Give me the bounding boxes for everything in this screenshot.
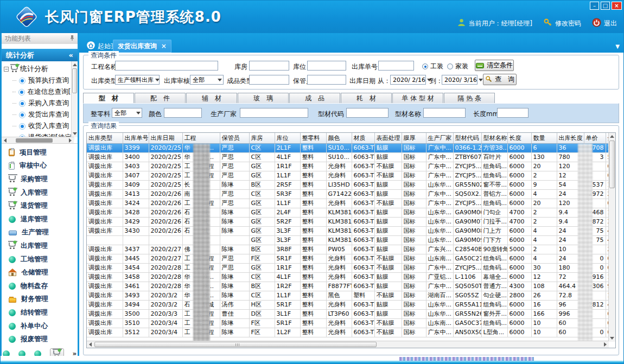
sidebar-item-物料盘存[interactable]: 物料盘存 (2, 279, 78, 293)
column-header[interactable]: 出库日期 (149, 133, 182, 143)
tree-vertical-scrollbar[interactable] (71, 61, 78, 137)
warehouse-input[interactable] (249, 61, 289, 71)
table-row[interactable]: 调拨出库34092020/2/25长 ...陈琳B区2R5F整料LI35HD60… (87, 180, 614, 189)
material-tab[interactable]: 玻 璃 (238, 93, 289, 103)
sidebar-item-采购管理[interactable]: 采购管理 (2, 173, 78, 186)
table-row[interactable]: 调拨出库34302020/2/26石 城陈琳G区3L3F整料KLM3817606… (87, 226, 614, 235)
sidebar-item-出库管理[interactable]: 出库管理 (2, 239, 78, 253)
keeper-input[interactable] (307, 75, 346, 85)
column-header[interactable]: 型材名称 (481, 133, 507, 143)
close-button[interactable]: × (612, 2, 622, 10)
logout-button[interactable]: 退出 (592, 18, 617, 29)
table-row[interactable]: 调拨出库34372020/2/27佛 ...陈琳B区3R8F整料PW056063… (87, 245, 614, 254)
column-header[interactable]: 保管员 (220, 133, 249, 143)
profile-name-input[interactable] (423, 108, 466, 118)
tree-item[interactable]: 采购入库查询 (4, 98, 78, 109)
column-header[interactable]: 生产厂家 (426, 133, 453, 143)
material-tab[interactable]: 成 品 (289, 93, 340, 103)
sidebar-item-财务管理[interactable]: 财务管理 (2, 293, 78, 306)
tree-item[interactable]: 在途信息查询[待 (4, 86, 78, 98)
change-password-button[interactable]: 修改密码 (543, 18, 581, 29)
tree-horizontal-scrollbar[interactable] (2, 137, 74, 143)
column-header[interactable]: 数量 (531, 133, 557, 143)
tree-item[interactable]: 预算执行查询 (4, 75, 78, 86)
table-row[interactable]: 调拨出库34582020/2/28华 原...陈琳C区4L1F整料光身料6063… (87, 272, 614, 282)
sidebar-item-生产管理[interactable]: 生产管理 (2, 226, 78, 240)
table-row[interactable]: 调拨出库35002020/3/3工 共工程曹佳D区3L1F整料LT3P60606… (87, 309, 614, 318)
grid-vertical-scrollbar[interactable] (608, 133, 615, 342)
date-to-picker[interactable]: 2020/ 3/16 (442, 75, 477, 85)
material-tab[interactable]: 配 件 (135, 93, 186, 103)
table-row[interactable]: 调拨出库34132020/2/26南 ...严思C区5R3F整料G7142260… (87, 189, 614, 199)
section-header[interactable]: 统计分析 « (2, 49, 78, 61)
column-header[interactable]: 工程 (182, 133, 220, 143)
color-input[interactable] (164, 108, 202, 118)
column-header[interactable]: 库位 (275, 133, 300, 143)
table-row[interactable]: 调拨出库34542020/2/28工 共工程严思G区1R1F整料光身料6063-… (87, 263, 614, 272)
table-row[interactable]: 调拨出库34452020/2/27工 共工程严思F区5R1F整料光身料6063-… (87, 254, 614, 263)
column-header[interactable]: 库房 (249, 133, 275, 143)
product-type-input[interactable] (249, 75, 289, 85)
material-tab[interactable]: 辅 材 (186, 93, 237, 103)
profile-code-input[interactable] (346, 108, 389, 118)
length-input[interactable] (497, 108, 529, 118)
table-row[interactable]: 调拨出库35102020/3/4工 共工程陈琳F区5R1F整料光身料6063-T… (87, 318, 614, 328)
tab-close-icon[interactable]: × (161, 42, 167, 50)
location-input[interactable] (307, 61, 346, 71)
sidebar-item-结转管理[interactable]: 结转管理 (2, 306, 78, 320)
whole-part-select[interactable]: 全部 (112, 108, 142, 118)
table-row[interactable]: 调拨出库34002020/2/25华 原...严思C区4L1F整料SU10...… (87, 152, 614, 162)
column-header[interactable]: 材质 (352, 133, 374, 143)
table-row[interactable]: 调拨出库35122020/3/4工 共工程陈琳F区1L2F整料光身料6063-T… (87, 328, 614, 337)
factory-input[interactable] (240, 108, 308, 118)
date-from-picker[interactable]: 2020/ 2/16 (390, 75, 426, 85)
material-tab[interactable]: 型 材 (83, 93, 134, 103)
search-button[interactable]: 查 询 (483, 74, 517, 85)
radio-industrial[interactable]: 工装 (422, 62, 443, 71)
column-header[interactable]: 膜厚 (402, 133, 426, 143)
minimize-button[interactable]: – (590, 2, 599, 10)
pin-icon[interactable] (70, 35, 74, 43)
table-row[interactable]: 调拨出库33992020/2/25华 原...严思C区2L1F整料SU10...… (87, 143, 614, 152)
tab-overflow-icon[interactable]: ▼ (615, 43, 620, 49)
tree-item[interactable]: 退库管理[待定] (4, 143, 78, 144)
column-header[interactable]: 出库长度 (557, 133, 584, 143)
column-header[interactable]: 型材代码 (453, 133, 481, 143)
table-row[interactable]: 调拨出库34072020/2/25工 共工程严思G区1L1F整料光身料6063-… (87, 171, 614, 180)
table-row[interactable]: 调拨出库34932020/3/2华 原...陈琳C区1L1F整料黑色塑料不贴膜国… (87, 291, 614, 300)
column-header[interactable]: 颜色 (326, 133, 352, 143)
sidebar-item-审核中心[interactable]: 审核中心 (2, 159, 78, 173)
material-tab[interactable]: 单 体 型 材 (392, 93, 443, 103)
tree-item[interactable]: 发货出库查询 (4, 109, 78, 120)
sidebar-item-项目管理[interactable]: 项目管理 (2, 146, 78, 159)
column-header[interactable]: 出库类型 (87, 133, 123, 143)
table-row[interactable]: 调拨出库34612020/2/28华 原...陈琳B区1R2F整料F8877FT… (87, 282, 614, 291)
order-no-input[interactable] (378, 61, 414, 71)
out-type-select[interactable]: 生产领料出库 (115, 75, 160, 85)
sidebar-item-退库管理[interactable]: 退库管理 (2, 213, 78, 226)
material-tab[interactable]: 耗 材 (341, 93, 392, 103)
radio-home[interactable]: 家装 (447, 62, 468, 71)
column-header[interactable]: 整零料 (300, 133, 326, 143)
sidebar-item-工地管理[interactable]: 工地管理 (2, 253, 78, 266)
grid-horizontal-scrollbar[interactable] (87, 341, 609, 348)
table-row[interactable]: 调拨出库34032020/2/25工 共工程严思G区1R1F整料光身料6063-… (87, 162, 614, 171)
sidebar-item-仓储管理[interactable]: 仓储管理 (2, 266, 78, 279)
sidebar-item-补单中心[interactable]: 补单中心 (2, 320, 78, 333)
table-row[interactable]: 调拨出库34292020/2/26石 城陈琳G区5R2F整料KLM3817606… (87, 217, 614, 226)
tree-root[interactable]: − 统计分析 (4, 63, 78, 75)
tab-shipping-query[interactable]: 发货出库查询 × (113, 40, 171, 53)
sidebar-item-报废管理[interactable]: 报废管理 (2, 333, 78, 346)
column-header[interactable]: 长度 (507, 133, 531, 143)
scrollbar-thumb[interactable] (94, 342, 377, 347)
sidebar-item-退货管理[interactable]: 退货管理 (2, 199, 78, 213)
table-row[interactable]: 调拨出库34942020/3/2石 辉城汤伟H区5R1F整料光身料6063-T5… (87, 300, 614, 309)
table-row[interactable]: 调拨出库34282020/2/26石 城陈琳G区2L4F整料KLM3817606… (87, 208, 614, 217)
audit-select[interactable]: 全部 (190, 75, 224, 85)
tree-item[interactable]: 收货入库查询 (4, 120, 78, 132)
sidebar-item-入库管理[interactable]: 入库管理 (2, 186, 78, 200)
column-header[interactable]: 单价 (584, 133, 606, 143)
table-row[interactable]: G区3L3F整料KLM38176063-T5贴膜国标山东华...GA90M09.… (87, 235, 614, 245)
maximize-button[interactable]: □ (601, 2, 610, 10)
material-tab[interactable]: 隔 热 条 (444, 93, 495, 103)
